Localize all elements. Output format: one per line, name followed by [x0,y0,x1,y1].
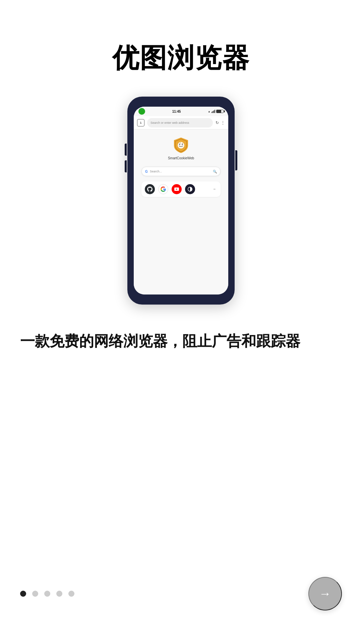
nav-action-icons: ↻ ⋮ [216,120,225,125]
screen-content: SmartCookieWeb G Search... 🔍 [134,129,228,294]
browser-nav-bar: 1 Search or enter web address ↻ ⋮ [134,116,228,129]
volume-up-button [125,144,127,156]
svg-point-0 [178,142,184,149]
quick-link-github[interactable] [145,184,155,194]
signal-icon [212,110,215,113]
svg-point-2 [182,144,183,145]
volume-down-button [125,160,127,172]
app-logo-icon [172,136,190,154]
bottom-navigation: → [0,577,362,610]
google-search-icon: 🔍 [213,170,217,173]
quick-link-dark[interactable] [185,184,195,194]
svg-point-1 [179,144,180,145]
next-button[interactable]: → [308,577,342,610]
next-arrow-icon: → [319,587,331,601]
google-logo: G [145,170,148,173]
more-options-icon[interactable]: ⋮ [221,120,225,125]
logo-name-label: SmartCookieWeb [168,156,194,160]
tab-count-badge[interactable]: 1 [137,119,144,126]
address-bar-text: Search or enter web address [150,121,189,124]
svg-point-3 [180,143,181,143]
wifi-icon: ▲ [208,110,210,113]
quick-access-edit-button[interactable]: ✏ [213,187,217,192]
svg-point-4 [182,143,183,144]
phone-screen: 11:45 ▲ [134,107,228,294]
status-bar: 11:45 ▲ [134,107,228,116]
power-button [235,150,237,170]
phone-body: 11:45 ▲ [127,97,235,305]
dot-2[interactable] [32,591,38,597]
dot-5[interactable] [68,591,74,597]
status-dot [138,108,145,115]
logo-area: SmartCookieWeb [168,136,194,160]
quick-access-row: ✏ [141,181,221,197]
address-bar[interactable]: Search or enter web address [147,118,213,127]
dot-1[interactable] [20,591,26,597]
status-time: 11:45 [172,110,181,113]
quick-link-youtube[interactable] [172,184,182,194]
google-search-placeholder: Search... [150,170,211,173]
refresh-icon[interactable]: ↻ [216,120,219,125]
app-title: 优图浏览器 [112,40,250,76]
battery-icon [216,110,224,113]
phone-mockup: 11:45 ▲ [127,97,235,305]
google-search-bar[interactable]: G Search... 🔍 [141,167,221,176]
quick-link-google[interactable] [158,184,168,194]
app-subtitle: 一款免费的网络浏览器，阻止广告和跟踪器 [20,331,342,351]
pagination-dots [20,591,74,597]
dot-3[interactable] [44,591,50,597]
dot-4[interactable] [56,591,62,597]
status-icons: ▲ [208,110,224,113]
